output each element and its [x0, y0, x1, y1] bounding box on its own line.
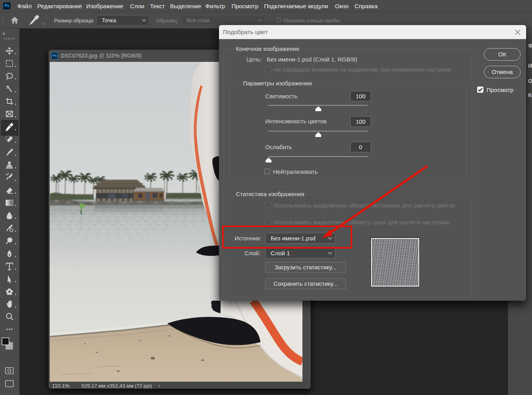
svg-text:»: » — [3, 31, 5, 36]
